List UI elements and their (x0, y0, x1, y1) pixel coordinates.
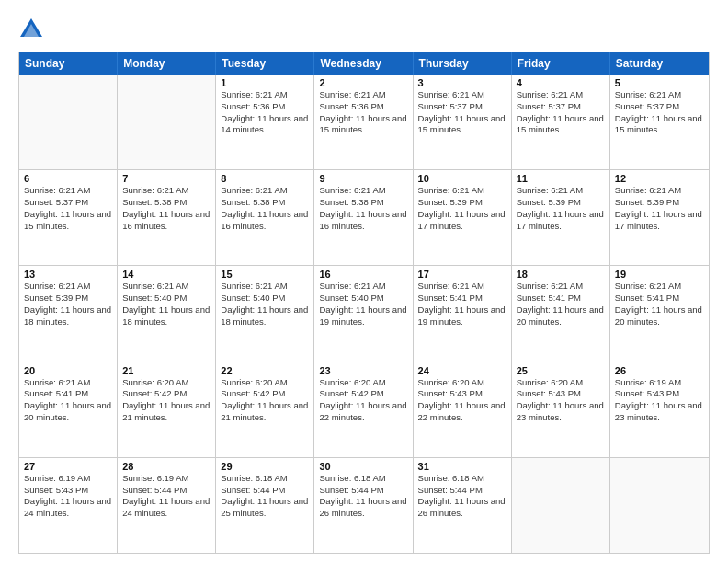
day-number: 30 (319, 461, 407, 472)
sunset: Sunset: 5:38 PM (221, 197, 309, 209)
table-row: 26 Sunrise: 6:19 AM Sunset: 5:43 PM Dayl… (610, 362, 709, 457)
table-row: 18 Sunrise: 6:21 AM Sunset: 5:41 PM Dayl… (512, 266, 610, 361)
table-row: 9 Sunrise: 6:21 AM Sunset: 5:38 PM Dayli… (314, 170, 413, 265)
day-number: 27 (24, 461, 112, 472)
day-number: 26 (615, 365, 704, 376)
table-row: 7 Sunrise: 6:21 AM Sunset: 5:38 PM Dayli… (118, 170, 216, 265)
table-row: 15 Sunrise: 6:21 AM Sunset: 5:40 PM Dayl… (216, 266, 314, 361)
table-row: 22 Sunrise: 6:20 AM Sunset: 5:42 PM Dayl… (216, 362, 314, 457)
daylight: Daylight: 11 hours and 18 minutes. (24, 304, 112, 328)
day-number: 8 (221, 173, 309, 184)
table-row: 30 Sunrise: 6:18 AM Sunset: 5:44 PM Dayl… (314, 458, 413, 553)
sunrise: Sunrise: 6:21 AM (517, 89, 605, 101)
table-row: 11 Sunrise: 6:21 AM Sunset: 5:39 PM Dayl… (512, 170, 610, 265)
daylight: Daylight: 11 hours and 18 minutes. (221, 304, 309, 328)
daylight: Daylight: 11 hours and 25 minutes. (221, 496, 309, 520)
sunrise: Sunrise: 6:21 AM (615, 89, 704, 101)
table-row: 4 Sunrise: 6:21 AM Sunset: 5:37 PM Dayli… (512, 75, 610, 169)
calendar-row: 13 Sunrise: 6:21 AM Sunset: 5:39 PM Dayl… (19, 265, 709, 361)
day-number: 5 (615, 77, 704, 88)
sunrise: Sunrise: 6:21 AM (122, 281, 210, 293)
sunrise: Sunrise: 6:21 AM (418, 281, 506, 293)
table-row: 2 Sunrise: 6:21 AM Sunset: 5:36 PM Dayli… (314, 75, 413, 169)
sunrise: Sunrise: 6:19 AM (615, 377, 704, 389)
table-row: 27 Sunrise: 6:19 AM Sunset: 5:43 PM Dayl… (19, 458, 118, 553)
daylight: Daylight: 11 hours and 22 minutes. (418, 400, 506, 424)
sunrise: Sunrise: 6:21 AM (221, 89, 309, 101)
table-row: 29 Sunrise: 6:18 AM Sunset: 5:44 PM Dayl… (216, 458, 314, 553)
sunrise: Sunrise: 6:19 AM (122, 473, 210, 485)
table-row: 25 Sunrise: 6:20 AM Sunset: 5:43 PM Dayl… (512, 362, 610, 457)
sunrise: Sunrise: 6:21 AM (517, 185, 605, 197)
weekday-header: Tuesday (216, 52, 314, 75)
sunset: Sunset: 5:42 PM (319, 388, 407, 400)
daylight: Daylight: 11 hours and 23 minutes. (517, 400, 605, 424)
sunrise: Sunrise: 6:18 AM (221, 473, 309, 485)
sunrise: Sunrise: 6:21 AM (24, 185, 112, 197)
sunrise: Sunrise: 6:21 AM (221, 185, 309, 197)
sunset: Sunset: 5:43 PM (517, 388, 605, 400)
sunset: Sunset: 5:37 PM (418, 101, 506, 113)
table-row (19, 75, 118, 169)
sunset: Sunset: 5:39 PM (24, 293, 112, 304)
table-row: 28 Sunrise: 6:19 AM Sunset: 5:44 PM Dayl… (118, 458, 216, 553)
sunset: Sunset: 5:39 PM (418, 197, 506, 209)
sunset: Sunset: 5:38 PM (122, 197, 210, 209)
sunset: Sunset: 5:40 PM (319, 293, 407, 304)
calendar: SundayMondayTuesdayWednesdayThursdayFrid… (18, 52, 710, 554)
daylight: Daylight: 11 hours and 15 minutes. (319, 113, 407, 137)
day-number: 31 (418, 461, 506, 472)
table-row: 6 Sunrise: 6:21 AM Sunset: 5:37 PM Dayli… (19, 170, 118, 265)
day-number: 18 (517, 269, 605, 280)
table-row: 1 Sunrise: 6:21 AM Sunset: 5:36 PM Dayli… (216, 75, 314, 169)
sunrise: Sunrise: 6:21 AM (24, 281, 112, 293)
table-row: 24 Sunrise: 6:20 AM Sunset: 5:43 PM Dayl… (414, 362, 512, 457)
daylight: Daylight: 11 hours and 17 minutes. (418, 209, 506, 233)
sunset: Sunset: 5:36 PM (221, 101, 309, 113)
weekday-header: Monday (118, 52, 216, 75)
sunset: Sunset: 5:43 PM (615, 388, 704, 400)
sunrise: Sunrise: 6:21 AM (221, 281, 309, 293)
day-number: 15 (221, 269, 309, 280)
calendar-row: 1 Sunrise: 6:21 AM Sunset: 5:36 PM Dayli… (19, 75, 709, 169)
day-number: 17 (418, 269, 506, 280)
daylight: Daylight: 11 hours and 19 minutes. (418, 304, 506, 328)
daylight: Daylight: 11 hours and 17 minutes. (615, 209, 704, 233)
daylight: Daylight: 11 hours and 18 minutes. (122, 304, 210, 328)
sunrise: Sunrise: 6:20 AM (122, 377, 210, 389)
sunset: Sunset: 5:44 PM (418, 485, 506, 497)
weekday-header: Thursday (414, 52, 512, 75)
daylight: Daylight: 11 hours and 21 minutes. (122, 400, 210, 424)
daylight: Daylight: 11 hours and 17 minutes. (517, 209, 605, 233)
table-row: 12 Sunrise: 6:21 AM Sunset: 5:39 PM Dayl… (610, 170, 709, 265)
sunrise: Sunrise: 6:21 AM (517, 281, 605, 293)
sunrise: Sunrise: 6:20 AM (418, 377, 506, 389)
sunrise: Sunrise: 6:18 AM (418, 473, 506, 485)
sunset: Sunset: 5:40 PM (221, 293, 309, 304)
table-row: 31 Sunrise: 6:18 AM Sunset: 5:44 PM Dayl… (414, 458, 512, 553)
daylight: Daylight: 11 hours and 19 minutes. (319, 304, 407, 328)
day-number: 23 (319, 365, 407, 376)
table-row (610, 458, 709, 553)
calendar-header: SundayMondayTuesdayWednesdayThursdayFrid… (19, 52, 709, 75)
sunset: Sunset: 5:44 PM (319, 485, 407, 497)
table-row (118, 75, 216, 169)
daylight: Daylight: 11 hours and 14 minutes. (221, 113, 309, 137)
day-number: 4 (517, 77, 605, 88)
daylight: Daylight: 11 hours and 21 minutes. (221, 400, 309, 424)
sunset: Sunset: 5:37 PM (615, 101, 704, 113)
sunrise: Sunrise: 6:18 AM (319, 473, 407, 485)
sunset: Sunset: 5:41 PM (418, 293, 506, 304)
day-number: 1 (221, 77, 309, 88)
sunset: Sunset: 5:44 PM (221, 485, 309, 497)
daylight: Daylight: 11 hours and 16 minutes. (319, 209, 407, 233)
daylight: Daylight: 11 hours and 20 minutes. (615, 304, 704, 328)
weekday-header: Saturday (610, 52, 709, 75)
sunset: Sunset: 5:37 PM (517, 101, 605, 113)
sunset: Sunset: 5:41 PM (24, 388, 112, 400)
sunrise: Sunrise: 6:21 AM (319, 185, 407, 197)
daylight: Daylight: 11 hours and 16 minutes. (122, 209, 210, 233)
sunset: Sunset: 5:41 PM (517, 293, 605, 304)
table-row: 21 Sunrise: 6:20 AM Sunset: 5:42 PM Dayl… (118, 362, 216, 457)
sunrise: Sunrise: 6:20 AM (221, 377, 309, 389)
